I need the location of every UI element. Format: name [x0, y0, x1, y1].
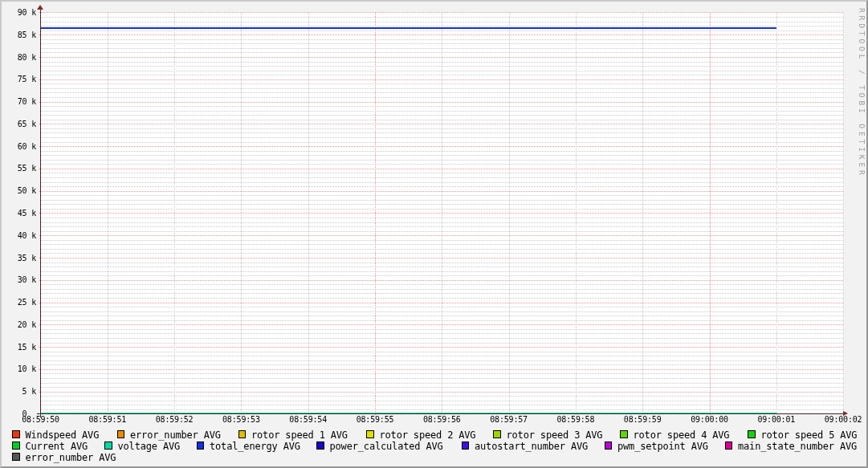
x-gridline-minor — [442, 13, 442, 417]
legend-swatch — [620, 430, 628, 438]
y-tick-label: 65 k — [0, 120, 36, 128]
legend-item: pwm_setpoint AVG — [605, 442, 708, 450]
x-tick-label: 09:00:02 — [795, 416, 868, 424]
legend-item: error_number AVG — [117, 430, 221, 438]
legend-item: rotor speed 3 AVG — [493, 430, 602, 438]
legend-item: Current AVG — [12, 442, 88, 450]
legend-swatch — [493, 430, 501, 438]
legend-swatch — [12, 430, 20, 438]
legend-swatch — [117, 430, 125, 438]
x-gridline-minor — [642, 13, 643, 417]
legend-row: error_number AVG — [0, 453, 868, 461]
legend-swatch — [605, 442, 613, 450]
y-tick-label: 15 k — [0, 343, 36, 352]
legend-item: rotor speed 1 AVG — [238, 430, 348, 438]
x-gridline-minor — [509, 13, 510, 417]
x-gridline-minor — [843, 13, 844, 417]
legend-item: main_state_number AVG — [725, 442, 858, 450]
legend-swatch — [316, 442, 324, 450]
legend-label: main_state_number AVG — [738, 442, 857, 450]
x-gridline-minor — [576, 13, 577, 417]
legend-item: total_energy AVG — [197, 442, 300, 450]
legend-item: rotor speed 5 AVG — [748, 430, 857, 438]
watermark-text: RRDTOOL / TOBI OETIKER — [858, 8, 866, 178]
legend-swatch — [725, 442, 733, 450]
legend-swatch — [197, 442, 205, 450]
y-tick-label: 5 k — [0, 387, 36, 396]
legend-swatch — [462, 442, 470, 450]
legend-swatch — [12, 442, 20, 450]
x-gridline-minor — [174, 13, 175, 417]
y-tick-label: 55 k — [0, 164, 36, 173]
x-gridline-minor — [776, 13, 777, 417]
legend-item: voltage AVG — [104, 442, 180, 450]
legend-item: power_calculated AVG — [316, 442, 443, 450]
legend-label: rotor speed 1 AVG — [251, 431, 348, 439]
x-gridline-minor — [108, 13, 108, 417]
legend-swatch — [366, 430, 374, 438]
legend-label: rotor speed 4 AVG — [634, 431, 730, 439]
legend-label: Windspeed AVG — [26, 431, 100, 439]
legend-label: pwm_setpoint AVG — [617, 442, 708, 450]
legend-label: rotor speed 2 AVG — [380, 431, 476, 439]
legend-item: Windspeed AVG — [12, 430, 99, 438]
y-tick-label: 80 k — [0, 53, 36, 62]
legend-item: rotor speed 2 AVG — [366, 430, 475, 438]
legend-item: autostart_number AVG — [462, 442, 589, 450]
y-tick-label: 85 k — [0, 31, 36, 39]
y-tick-label: 20 k — [0, 320, 36, 329]
x-gridline-minor — [308, 13, 309, 417]
series-line-total_energy-avg — [41, 27, 776, 29]
legend-item: rotor speed 4 AVG — [620, 430, 729, 438]
y-axis-red-dots — [40, 8, 41, 417]
legend-label: rotor speed 3 AVG — [507, 431, 603, 439]
x-gridline-minor — [241, 13, 242, 417]
legend-swatch — [238, 430, 247, 438]
y-tick-label: 60 k — [0, 142, 36, 151]
legend-label: Current AVG — [26, 442, 88, 450]
legend-label: autostart_number AVG — [475, 442, 588, 450]
y-tick-label: 40 k — [0, 231, 36, 240]
y-tick-label: 50 k — [0, 186, 36, 195]
y-tick-label: 70 k — [0, 97, 36, 106]
legend-swatch — [104, 442, 112, 450]
legend-label: voltage AVG — [118, 442, 181, 450]
legend-item: error_number AVG — [12, 453, 116, 461]
y-tick-label: 30 k — [0, 275, 36, 284]
y-tick-label: 90 k — [0, 8, 36, 17]
legend-swatch — [12, 453, 20, 461]
rrdtool-graph: 90 k85 k80 k75 k70 k65 k60 k55 k50 k45 k… — [0, 0, 868, 468]
y-tick-label: 75 k — [0, 75, 36, 83]
legend-label: error_number AVG — [26, 454, 116, 462]
y-tick-label: 45 k — [0, 209, 36, 218]
legend-label: error_number AVG — [130, 431, 221, 439]
x-gridline-major — [710, 13, 711, 417]
legend-row: Windspeed AVGerror_number AVGrotor speed… — [0, 430, 868, 438]
legend-swatch — [748, 430, 756, 438]
x-gridline-major — [375, 13, 376, 417]
legend-row: Current AVGvoltage AVGtotal_energy AVGpo… — [0, 442, 868, 450]
legend-label: total_energy AVG — [210, 442, 300, 450]
y-tick-label: 25 k — [0, 298, 36, 307]
legend-label: rotor speed 5 AVG — [761, 431, 858, 439]
y-tick-label: 35 k — [0, 254, 36, 262]
y-axis-arrow-icon — [37, 5, 43, 10]
legend-label: power_calculated AVG — [330, 442, 443, 450]
y-tick-label: 10 k — [0, 364, 36, 373]
